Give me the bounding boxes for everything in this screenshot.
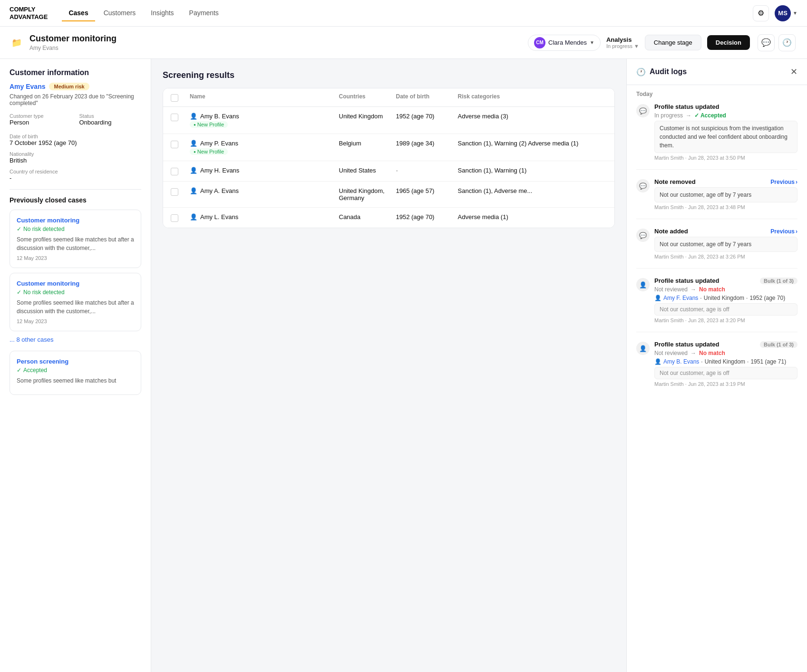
dob-2: 1989 (age 34) [396,140,458,147]
audit-event-3-title: Note added [654,228,688,235]
country-2: Belgium [339,140,396,147]
table-row: 👤 Amy B. Evans New Profile United Kingdo… [163,107,614,134]
audit-meta-5: Martin Smith · Jun 28, 2023 at 3:19 PM [654,381,797,387]
dob-value: 7 October 1952 (age 70) [10,139,141,146]
row-checkbox-4[interactable] [171,188,178,196]
case-card-2-link[interactable]: Customer monitoring [17,280,134,287]
dob-4: 1965 (age 57) [396,187,458,194]
nav-right: ⚙ MS ▼ [753,5,797,21]
audit-meta-1: Martin Smith · Jun 28, 2023 at 3:50 PM [654,155,797,161]
audit-icon-3: 💬 [636,229,650,242]
nav-cases[interactable]: Cases [62,5,95,21]
assignee-avatar: CM [534,37,545,48]
audit-icon-2: 💬 [636,179,650,192]
profile-tag-1: New Profile [190,121,228,128]
stage-label: Analysis [606,36,639,43]
audit-meta-3: Martin Smith · Jun 28, 2023 at 3:26 PM [654,254,797,259]
audit-item-4: 👤 Profile status updated Bulk (1 of 3) N… [636,277,797,332]
dob-5: 1952 (age 70) [396,213,458,221]
assignee-pill[interactable]: CM Clara Mendes ▼ [528,35,601,51]
person-screening-card[interactable]: Person screening ✓ Accepted Some profile… [10,351,141,395]
profile-link-4[interactable]: Amy F. Evans [663,295,698,301]
nav-links: Cases Customers Insights Payments [62,5,739,21]
case-card-2-date: 12 May 2023 [17,318,134,324]
person-screening-status: ✓ Accepted [17,367,134,374]
center-panel: Screening results Name Countries Date of… [151,59,626,672]
dob-label: Date of birth [10,134,141,139]
audit-item-1: 💬 Profile status updated In progress → ✓… [636,103,797,170]
nationality-label: Nationality [10,151,141,157]
user-avatar-dropdown[interactable]: MS ▼ [775,5,797,21]
nav-customers[interactable]: Customers [97,5,143,21]
info-grid: Customer type Person Status Onboarding [10,113,141,126]
row-checkbox-1[interactable] [171,114,178,121]
person-icon-4: 👤 [654,295,661,301]
previous-link-2[interactable]: Previous › [770,179,797,185]
history-button[interactable]: 🕐 [778,34,796,51]
person-icon-5: 👤 [654,358,661,365]
assignee-chevron-icon: ▼ [590,40,594,45]
select-all-checkbox[interactable] [171,94,178,102]
audit-content-4: Profile status updated Bulk (1 of 3) Not… [654,277,797,323]
case-card-1-link[interactable]: Customer monitoring [17,217,134,224]
decision-button[interactable]: Decision [707,35,750,50]
audit-content-3: Note added Previous › Not our customer, … [654,228,797,259]
profile-name-1[interactable]: 👤 Amy B. Evans [190,113,339,120]
row-checkbox-3[interactable] [171,168,178,175]
col-name: Name [190,93,339,102]
audit-section: Today 💬 Profile status updated In progre… [627,85,807,410]
profile-name-4[interactable]: 👤 Amy A. Evans [190,187,339,194]
person-screening-link[interactable]: Person screening [17,358,134,365]
previous-link-3[interactable]: Previous › [770,228,797,235]
table-row: 👤 Amy A. Evans United Kingdom, Germany 1… [163,182,614,208]
status-value: Onboarding [79,119,142,126]
audit-content-1: Profile status updated In progress → ✓ A… [654,103,797,161]
change-stage-button[interactable]: Change stage [645,35,701,50]
audit-meta-2: Martin Smith · Jun 28, 2023 at 3:48 PM [654,204,797,210]
audit-event-1-title: Profile status updated [654,103,719,110]
profile-name-2[interactable]: 👤 Amy P. Evans [190,140,339,147]
top-nav: COMPLY ADVANTAGE Cases Customers Insight… [0,0,807,27]
comments-button[interactable]: 💬 [758,34,775,51]
nav-payments[interactable]: Payments [183,5,225,21]
customer-type-value: Person [10,119,72,126]
risk-badge: Medium risk [49,83,89,90]
stage-block[interactable]: Analysis In progress ▼ [606,36,639,49]
profile-name-3[interactable]: 👤 Amy H. Evans [190,167,339,174]
audit-note-2: Not our customer, age off by 7 years [654,187,797,202]
nav-insights[interactable]: Insights [144,5,180,21]
case-card-2-status: ✓ No risk detected [17,289,134,296]
audit-note-3: Not our customer, age off by 7 years [654,237,797,252]
profile-person-icon: 👤 [190,213,197,221]
case-title-block: Customer monitoring Amy Evans [29,34,520,51]
profile-person-icon: 👤 [190,167,197,174]
profile-person-icon: 👤 [190,187,197,194]
profile-person-icon: 👤 [190,140,197,147]
table-row: 👤 Amy P. Evans New Profile Belgium 1989 … [163,134,614,161]
row-checkbox-2[interactable] [171,141,178,148]
residence-value: - [10,174,141,182]
case-card-1[interactable]: Customer monitoring ✓ No risk detected S… [10,210,141,268]
country-3: United States [339,167,396,174]
audit-item-3: 💬 Note added Previous › Not our customer… [636,228,797,269]
case-title: Customer monitoring [29,34,520,44]
other-cases-link[interactable]: ... 8 other cases [10,336,141,343]
row-checkbox-5[interactable] [171,214,178,222]
country-4: United Kingdom, Germany [339,187,396,202]
settings-button[interactable]: ⚙ [753,5,769,21]
screening-title: Screening results [163,70,615,80]
audit-close-button[interactable]: ✕ [790,67,797,77]
audit-event-5-title: Profile status updated [654,341,719,348]
country-5: Canada [339,213,396,221]
customer-name-link[interactable]: Amy Evans [10,83,45,90]
header-actions: 💬 🕐 [758,34,796,51]
status-to-1: ✓ Accepted [694,112,726,119]
case-card-2[interactable]: Customer monitoring ✓ No risk detected S… [10,273,141,331]
person-screening-desc: Some profiles seemed like matches but [17,376,134,385]
left-panel: Customer information Amy Evans Medium ri… [0,59,151,672]
dob-3: - [396,167,458,174]
profile-name-5[interactable]: 👤 Amy L. Evans [190,213,339,221]
profile-link-5[interactable]: Amy B. Evans [663,358,699,365]
case-card-2-desc: Some profiles seemed like matches but af… [17,298,134,316]
stage-status: In progress ▼ [606,43,639,49]
